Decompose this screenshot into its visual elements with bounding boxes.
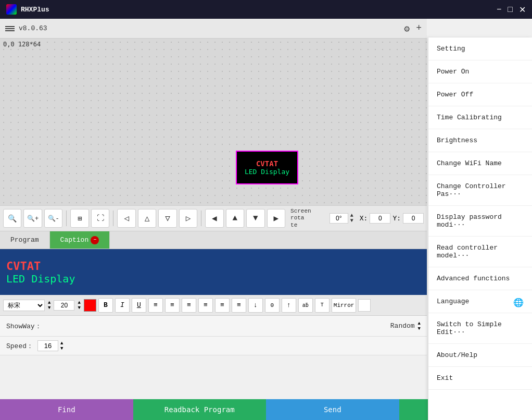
down-button[interactable]: ▼ [246,209,264,228]
screen-rotate-group: Screen rotate ▲ ▼ [290,208,353,229]
text-spacing-button[interactable]: aḃ [298,298,313,313]
speed-input[interactable] [37,340,58,351]
fit-button[interactable]: ⛶ [91,209,109,228]
rotate-input[interactable] [330,213,348,224]
led-text-line1: CVTAT [256,159,278,168]
send-button[interactable]: Send [266,399,399,420]
maximize-button[interactable]: □ [508,5,513,15]
drawing-toolbar: 🔍 🔍+ 🔍- ⊞ ⛶ ◁ △ ▽ ▷ ◀ ▲ ▼ ▶ Screen rotat… [0,205,427,231]
readback-button[interactable]: Readback Program [133,399,267,420]
font-stepper[interactable]: ▲ ▼ [48,300,50,311]
align-right-button[interactable]: ≡ [182,298,196,313]
font-size-stepper[interactable]: ▲ ▼ [78,300,80,311]
tab-program[interactable]: Program [0,231,50,249]
up-button[interactable]: ▲ [226,209,244,228]
mirror-indicator [358,299,371,312]
menu-item-read-controller-model[interactable]: Read controller model··· [428,237,532,267]
toolbar-separator-3 [201,211,201,226]
preview-area: CVTAT LED Display [0,249,427,295]
y-input[interactable] [403,213,424,224]
toolbar-left: v8.0.63 [5,24,47,32]
led-display[interactable]: CVTAT LED Display [236,151,298,184]
align-spread-button[interactable]: ≡ [215,298,230,313]
vertical-button[interactable]: ≡ [232,298,246,313]
toolbar-separator-1 [66,211,67,226]
showway-stepper[interactable]: ▲ ▼ [418,321,421,331]
bold-button[interactable]: B [98,298,113,313]
close-button[interactable]: ✕ [519,5,526,15]
menu-item-change-wifi-name[interactable]: Change WiFi Name [428,152,532,175]
xy-group: X: Y: [360,213,424,224]
underline-button[interactable]: U [132,298,146,313]
caption-badge: − [91,236,99,244]
titlebar-left: RHXPlus [6,4,49,15]
scroll-up-button[interactable]: △ [138,209,156,228]
tab-caption[interactable]: Caption − [50,231,110,249]
align-left-button[interactable]: ≡ [148,298,163,313]
zoom-out-button[interactable]: 🔍- [44,209,62,228]
toolbar-right: ⚙ + [404,23,422,34]
prev-button[interactable]: ◀ [205,209,223,228]
language-icon: 🌐 [513,298,524,308]
menu-item-advanced-functions[interactable]: Advanced functions [428,267,532,290]
zoom-in-button[interactable]: 🔍+ [23,209,42,228]
find-button[interactable]: Find [0,399,133,420]
tab-bar: Program Caption − [0,231,427,249]
titlebar: RHXPlus − □ ✕ [0,0,532,19]
showway-area: ShowWay： Random ▲ ▼ [0,316,427,337]
menu-item-display-password-mode[interactable]: Display password modi··· [428,206,532,237]
color-picker[interactable] [84,299,96,312]
main-toolbar: v8.0.63 ⚙ + [0,19,427,39]
coord-label: 0,0 128*64 [3,41,41,48]
menu-item-setting[interactable]: Setting [428,38,532,60]
menu-item-about-help[interactable]: About/Help [428,344,532,367]
hamburger-menu-icon[interactable] [5,26,15,31]
font-size-small-button[interactable]: T [315,298,330,313]
main-area: v8.0.63 ⚙ + 0,0 128*64 CVTAT LED Display… [0,19,532,420]
menu-item-brightness[interactable]: Brightness [428,129,532,152]
baseline-label: 0 [265,298,280,313]
window-controls: − □ ✕ [497,5,526,15]
menu-item-switch-simple-edit[interactable]: Switch to Simple Edit··· [428,313,532,344]
grid-button[interactable]: ⊞ [70,209,88,228]
led-text-line2: LED Display [245,168,289,176]
menu-item-power-off[interactable]: Power Off [428,83,532,106]
scroll-right-button[interactable]: ▷ [179,209,197,228]
screen-rotate-label: Screen rotate [290,208,327,229]
mirror-button[interactable]: Mirror [332,298,357,313]
minimize-button[interactable]: − [497,5,501,15]
up-align-button[interactable]: ↑ [282,298,296,313]
menu-item-exit[interactable]: Exit [428,367,532,390]
down-align-button[interactable]: ↓ [248,298,263,313]
toolbar-separator-2 [113,211,113,226]
menu-item-power-on[interactable]: Power On [428,60,532,83]
add-icon[interactable]: + [416,23,422,34]
font-size-input[interactable] [54,300,74,311]
app-logo [6,4,17,15]
right-menu-panel: SettingPower OnPower OffTime Calibrating… [428,38,532,420]
scroll-left-button[interactable]: ◁ [117,209,135,228]
version-label: v8.0.63 [19,24,47,32]
menu-item-time-calibrating[interactable]: Time Calibrating [428,106,532,129]
x-label: X: [360,215,368,223]
showway-label: ShowWay： [6,322,42,331]
speed-label: Speed： [6,341,33,351]
scroll-down-button[interactable]: ▽ [158,209,176,228]
rotate-stepper[interactable]: ▲ ▼ [350,213,353,224]
preview-text2: LED Display [6,273,421,285]
format-toolbar: 标宋 ▲ ▼ ▲ ▼ B I U ≡ ≡ ≡ ≡ ≡ ≡ ↓ 0 ↑ aḃ [0,295,427,316]
menu-item-language[interactable]: Language🌐 [428,290,532,313]
settings-icon[interactable]: ⚙ [404,23,410,34]
menu-item-change-controller-pass[interactable]: Change Controller Pas··· [428,175,532,206]
zoom-fit-button[interactable]: 🔍 [3,209,21,228]
y-label: Y: [392,215,401,223]
align-center-button[interactable]: ≡ [165,298,180,313]
speed-area: Speed： ▲ ▼ [0,337,427,355]
showway-value: Random [390,322,415,330]
x-input[interactable] [370,213,390,224]
font-select[interactable]: 标宋 [3,300,45,311]
next-button[interactable]: ▶ [267,209,285,228]
justify-button[interactable]: ≡ [198,298,213,313]
italic-button[interactable]: I [115,298,130,313]
speed-stepper[interactable]: ▲ ▼ [60,341,63,351]
